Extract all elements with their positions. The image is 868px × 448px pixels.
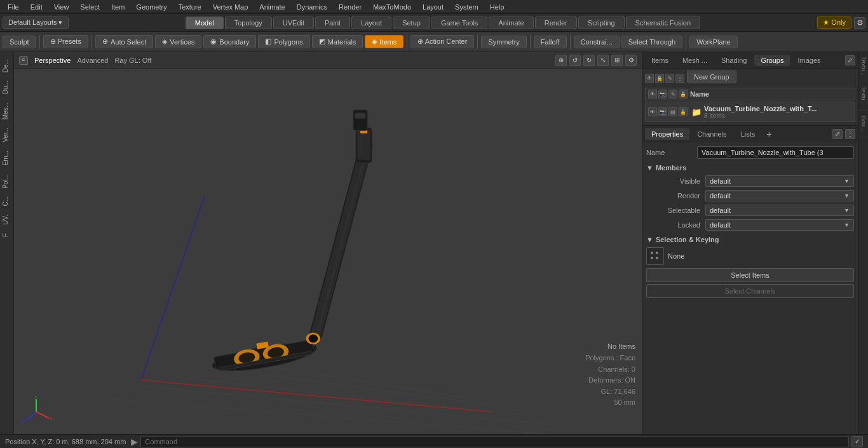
- menu-maxtomodo[interactable]: MaxToModo: [368, 2, 416, 12]
- col-render-icon[interactable]: 📷: [658, 90, 667, 98]
- tab-paint[interactable]: Paint: [315, 17, 350, 29]
- name-field-input[interactable]: [697, 146, 854, 159]
- menu-system[interactable]: System: [450, 2, 484, 12]
- boundary-button[interactable]: ◉ Boundary: [203, 35, 256, 48]
- tab-lists[interactable]: Lists: [735, 128, 762, 140]
- left-tab-mes[interactable]: Mes...: [0, 98, 13, 123]
- sculpt-button[interactable]: Sculpt: [3, 36, 36, 48]
- left-tab-du[interactable]: Du...: [0, 76, 13, 98]
- gi-eye[interactable]: 👁: [648, 107, 657, 116]
- sk-section[interactable]: ▼ Selection & Keying: [646, 236, 854, 243]
- settings-button[interactable]: ⚙: [854, 17, 865, 29]
- polygons-button[interactable]: ◧ Polygons: [258, 35, 309, 48]
- items-button[interactable]: ◈ Items: [365, 35, 403, 48]
- menu-layout[interactable]: Layout: [417, 2, 449, 12]
- advanced-label[interactable]: Advanced: [77, 57, 108, 64]
- tab-shading[interactable]: Shading: [715, 55, 753, 66]
- symmetry-button[interactable]: Symmetry: [481, 36, 527, 48]
- left-tab-de[interactable]: De...: [0, 55, 13, 76]
- tab-game-tools[interactable]: Game Tools: [431, 17, 488, 29]
- props-menu-icon[interactable]: ⋮: [845, 129, 855, 139]
- menu-animate[interactable]: Animate: [254, 2, 290, 12]
- left-tab-pol[interactable]: Pol...: [0, 170, 13, 193]
- col-lock-icon[interactable]: 🔒: [679, 90, 688, 98]
- vertices-button[interactable]: ◈ Vertices: [155, 35, 201, 48]
- tab-topology[interactable]: Topology: [225, 17, 272, 29]
- strip-tab-texture2[interactable]: Textu...: [858, 81, 868, 111]
- left-tab-uv[interactable]: UV.: [0, 210, 13, 229]
- workplane-button[interactable]: WorkPlane: [689, 36, 738, 48]
- left-tab-c[interactable]: C...: [0, 192, 13, 210]
- members-section[interactable]: ▼ Members: [646, 164, 854, 172]
- selectable-select[interactable]: default ▼: [705, 205, 854, 216]
- gi-lock[interactable]: 🔒: [679, 107, 688, 116]
- tab-layout[interactable]: Layout: [351, 17, 391, 29]
- constraints-button[interactable]: Constrai...: [574, 36, 620, 48]
- ray-gl-label[interactable]: Ray GL: Off: [114, 57, 151, 64]
- col-eye-icon[interactable]: 👁: [648, 90, 657, 98]
- vp-icon-4[interactable]: ⤡: [597, 55, 609, 66]
- groups-dots-icon[interactable]: ⋮: [675, 74, 684, 83]
- menu-texture[interactable]: Texture: [173, 2, 207, 12]
- left-tab-f[interactable]: F: [0, 229, 13, 241]
- materials-button[interactable]: ◩ Materials: [312, 35, 363, 48]
- viewport-menu-icon[interactable]: ≡: [19, 56, 28, 65]
- menu-render[interactable]: Render: [334, 2, 367, 12]
- tab-uvedit[interactable]: UVEdit: [273, 17, 314, 29]
- menu-select[interactable]: Select: [75, 2, 105, 12]
- menu-dynamics[interactable]: Dynamics: [292, 2, 332, 12]
- visible-select[interactable]: default ▼: [705, 175, 854, 187]
- vp-icon-2[interactable]: ↺: [569, 55, 581, 66]
- new-group-button[interactable]: New Group: [687, 71, 736, 83]
- presets-button[interactable]: ⊕ Presets: [43, 35, 88, 48]
- expand-icon[interactable]: ⤢: [845, 55, 855, 65]
- group-item[interactable]: 👁 📷 ▤ 🔒 📁 Vacuum_Turbine_Nozzle_with_T..…: [645, 102, 855, 122]
- tab-groups[interactable]: Groups: [754, 55, 790, 66]
- star-only-label[interactable]: ★ Only: [817, 17, 851, 29]
- default-layouts-dropdown[interactable]: Default Layouts ▾: [3, 17, 69, 29]
- render-select[interactable]: default ▼: [705, 190, 854, 201]
- tab-channels[interactable]: Channels: [691, 128, 733, 140]
- vp-icon-1[interactable]: ⊕: [555, 55, 567, 66]
- viewport-canvas[interactable]: X Y Z No Items Polygons : Face Channels:…: [14, 69, 642, 434]
- tab-images[interactable]: Images: [791, 55, 827, 66]
- left-tab-em[interactable]: Em...: [0, 146, 13, 169]
- select-through-button[interactable]: Select Through: [621, 36, 682, 48]
- groups-edit-icon[interactable]: ✎: [665, 74, 674, 83]
- gi-render[interactable]: 📷: [658, 107, 667, 116]
- strip-tab-gou[interactable]: Gou...: [858, 111, 868, 137]
- vp-icon-5[interactable]: ⊞: [611, 55, 623, 66]
- menu-file[interactable]: File: [3, 2, 24, 12]
- command-arrow[interactable]: ▶: [131, 437, 138, 447]
- menu-view[interactable]: View: [49, 2, 74, 12]
- strip-tab-texture1[interactable]: Textu...: [858, 52, 868, 81]
- menu-geometry[interactable]: Geometry: [131, 2, 172, 12]
- tab-render[interactable]: Render: [535, 17, 577, 29]
- perspective-label[interactable]: Perspective: [34, 57, 71, 64]
- command-run-button[interactable]: ✓: [851, 436, 863, 447]
- viewport[interactable]: ≡ Perspective Advanced Ray GL: Off ⊕ ↺ ↻…: [14, 52, 642, 434]
- menu-help[interactable]: Help: [485, 2, 510, 12]
- tab-items[interactable]: Items: [645, 55, 675, 66]
- groups-lock-icon[interactable]: 🔒: [655, 74, 664, 83]
- tab-model[interactable]: Model: [186, 17, 224, 29]
- tab-scripting[interactable]: Scripting: [578, 17, 625, 29]
- tab-animate[interactable]: Animate: [489, 17, 533, 29]
- command-input[interactable]: [140, 436, 849, 447]
- locked-select[interactable]: default ▼: [705, 219, 854, 231]
- menu-item[interactable]: Item: [106, 2, 130, 12]
- select-items-button[interactable]: Select Items: [646, 268, 854, 282]
- groups-eye-icon[interactable]: 👁: [645, 74, 654, 83]
- action-center-button[interactable]: ⊕ Action Center: [410, 35, 474, 48]
- menu-edit[interactable]: Edit: [25, 2, 48, 12]
- auto-select-button[interactable]: ⊕ Auto Select: [95, 35, 153, 48]
- tab-mesh[interactable]: Mesh ...: [676, 55, 714, 66]
- left-tab-ver[interactable]: Ver...: [0, 123, 13, 146]
- vp-icon-6[interactable]: ⚙: [625, 55, 637, 66]
- tab-properties[interactable]: Properties: [645, 128, 689, 140]
- menu-vertex-map[interactable]: Vertex Map: [208, 2, 254, 12]
- add-tab-button[interactable]: +: [763, 129, 775, 139]
- tab-setup[interactable]: Setup: [393, 17, 430, 29]
- props-expand-icon[interactable]: ⤢: [832, 129, 843, 139]
- vp-icon-3[interactable]: ↻: [583, 55, 595, 66]
